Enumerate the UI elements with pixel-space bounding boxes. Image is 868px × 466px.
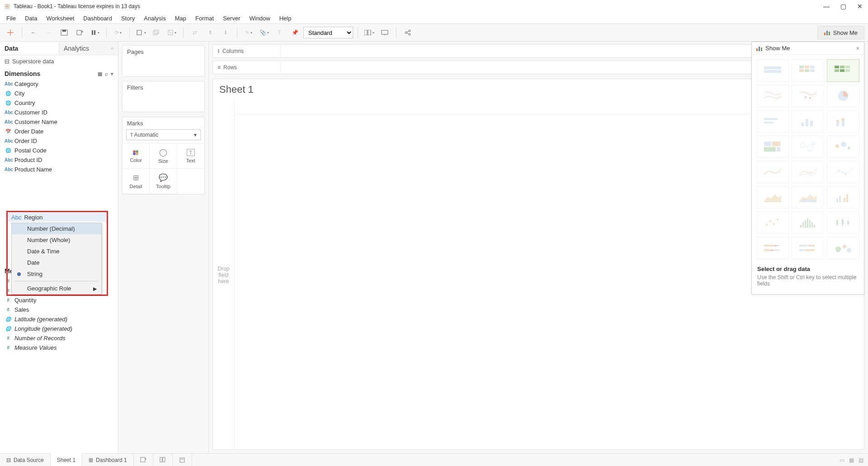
menu-worksheet[interactable]: Worksheet <box>42 14 78 23</box>
mark-type-dropdown[interactable]: T Automatic▾ <box>126 129 201 140</box>
sheet-list-icon[interactable]: ▤ <box>859 457 863 463</box>
field-item[interactable]: 🌐City <box>0 89 118 98</box>
menu-dashboard[interactable]: Dashboard <box>80 14 116 23</box>
show-me-chart-type[interactable] <box>827 211 859 234</box>
field-item[interactable]: #Quantity <box>0 295 118 305</box>
swap-icon[interactable]: ⇄ <box>188 26 202 39</box>
sort-asc-icon[interactable]: ⬆ <box>203 26 217 39</box>
show-me-chart-type[interactable] <box>756 161 789 183</box>
menu-data[interactable]: Data <box>21 14 41 23</box>
show-me-close-icon[interactable]: × <box>856 45 859 52</box>
sort-desc-icon[interactable]: ⬇ <box>219 26 232 39</box>
show-me-chart-type[interactable] <box>756 211 789 234</box>
menu-server[interactable]: Server <box>219 14 244 23</box>
field-item[interactable]: AbcProduct ID <box>0 155 118 165</box>
field-item[interactable]: #Number of Records <box>0 333 118 343</box>
menu-icon[interactable]: ▾ <box>111 71 113 77</box>
marks-size-button[interactable]: ◯Size <box>150 143 177 169</box>
menu-story[interactable]: Story <box>118 14 138 23</box>
show-me-chart-type[interactable] <box>827 85 859 107</box>
datasource-tab[interactable]: ⊟Data Source <box>0 454 51 466</box>
field-item[interactable]: AbcProduct Name <box>0 165 118 174</box>
save-icon[interactable] <box>57 26 71 39</box>
sheet-sorter-icon[interactable]: ▦ <box>849 457 854 463</box>
show-me-chart-type[interactable] <box>756 237 789 259</box>
close-button[interactable]: ✕ <box>857 3 863 10</box>
show-me-chart-type[interactable] <box>792 161 824 183</box>
menu-help[interactable]: Help <box>276 14 295 23</box>
datasource-item[interactable]: ⊟ Superstore data <box>0 55 118 67</box>
fit-dropdown[interactable]: Standard <box>303 27 353 38</box>
pages-shelf[interactable]: Pages <box>122 45 205 76</box>
minimize-button[interactable]: — <box>823 3 830 10</box>
dashboard1-tab[interactable]: ⊞Dashboard 1 <box>82 454 134 466</box>
cm-date-time[interactable]: Date & Time <box>12 246 101 257</box>
show-me-chart-type[interactable] <box>827 135 859 158</box>
share-icon[interactable] <box>401 26 415 39</box>
cm-number-whole[interactable]: Number (Whole) <box>12 234 101 246</box>
view-icon[interactable]: ▦ <box>98 71 102 77</box>
new-dashboard-tab[interactable] <box>153 454 173 466</box>
field-item[interactable]: 🌐Country <box>0 98 118 108</box>
show-me-chart-type[interactable] <box>756 59 789 82</box>
clear-icon[interactable] <box>165 26 179 39</box>
show-me-chart-type[interactable] <box>756 110 789 133</box>
tableau-start-icon[interactable] <box>4 26 17 39</box>
menu-map[interactable]: Map <box>171 14 190 23</box>
show-me-chart-type[interactable] <box>792 59 824 82</box>
field-item[interactable]: 🌐Postal Code <box>0 146 118 155</box>
show-me-chart-type[interactable] <box>792 85 824 107</box>
cards-icon[interactable] <box>363 26 376 39</box>
show-me-chart-type[interactable] <box>792 237 824 259</box>
new-worksheet-tab[interactable] <box>134 454 153 466</box>
field-item[interactable]: 🌐Longitude (generated) <box>0 324 118 333</box>
forward-icon[interactable]: → <box>42 26 56 39</box>
field-item[interactable]: 🌐Latitude (generated) <box>0 314 118 324</box>
cm-number-decimal[interactable]: Number (Decimal) <box>12 223 101 234</box>
sheet1-tab[interactable]: Sheet 1 <box>51 453 82 466</box>
pin-icon[interactable]: 📌 <box>288 26 302 39</box>
field-item[interactable]: AbcCustomer Name <box>0 117 118 127</box>
refresh-icon[interactable]: ⟳ <box>111 26 125 39</box>
maximize-button[interactable]: ▢ <box>840 3 846 10</box>
analytics-tab[interactable]: Analytics○ <box>59 42 118 55</box>
show-me-chart-type[interactable] <box>792 211 824 234</box>
pause-auto-updates-icon[interactable] <box>88 26 102 39</box>
field-item[interactable]: 📅Order Date <box>0 127 118 136</box>
field-item[interactable]: #Sales <box>0 305 118 314</box>
new-datasource-icon[interactable] <box>73 26 86 39</box>
field-item[interactable]: #Measure Values <box>0 343 118 352</box>
label-icon[interactable]: T <box>273 26 286 39</box>
duplicate-icon[interactable] <box>150 26 163 39</box>
marks-detail-button[interactable]: ⊞Detail <box>123 169 150 194</box>
field-item[interactable]: AbcCategory <box>0 79 118 89</box>
data-tab[interactable]: Data <box>0 42 59 55</box>
show-me-chart-type[interactable] <box>756 135 789 158</box>
menu-format[interactable]: Format <box>192 14 217 23</box>
marks-tooltip-button[interactable]: 💬Tooltip <box>150 169 177 194</box>
menu-analysis[interactable]: Analysis <box>140 14 169 23</box>
highlight-icon[interactable]: ✎ <box>242 26 255 39</box>
show-me-chart-type[interactable] <box>827 237 859 259</box>
show-me-chart-type[interactable] <box>792 186 824 209</box>
show-me-chart-type[interactable] <box>756 186 789 209</box>
show-me-chart-type[interactable] <box>792 110 824 133</box>
menu-window[interactable]: Window <box>245 14 274 23</box>
filters-shelf[interactable]: Filters <box>122 81 205 112</box>
group-icon[interactable]: 📎 <box>257 26 271 39</box>
show-me-chart-type[interactable] <box>827 110 859 133</box>
search-icon[interactable]: ⌕ <box>105 71 108 77</box>
cm-date[interactable]: Date <box>12 257 101 268</box>
field-item[interactable]: AbcOrder ID <box>0 136 118 146</box>
cm-geographic-role[interactable]: Geographic Role▶ <box>12 283 101 294</box>
field-region[interactable]: Abc Region <box>8 213 107 222</box>
show-me-chart-type[interactable] <box>827 161 859 183</box>
presentation-icon[interactable] <box>378 26 392 39</box>
marks-color-button[interactable]: Color <box>123 143 150 169</box>
show-me-chart-type[interactable] <box>827 186 859 209</box>
cm-string[interactable]: String <box>12 268 101 280</box>
filmstrip-icon[interactable]: ▭ <box>840 457 844 463</box>
field-item[interactable]: AbcCustomer ID <box>0 108 118 117</box>
back-icon[interactable]: ← <box>27 26 40 39</box>
marks-text-button[interactable]: TText <box>177 143 204 169</box>
